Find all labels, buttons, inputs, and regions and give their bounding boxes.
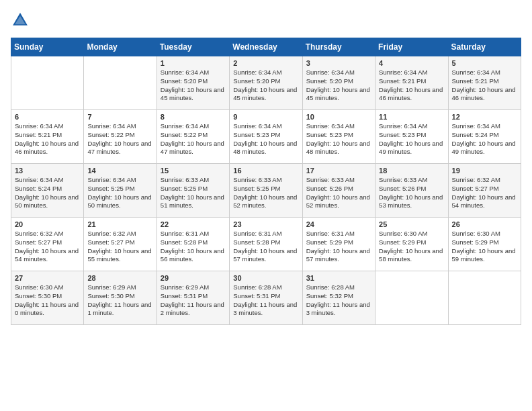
day-detail: Sunrise: 6:32 AM Sunset: 5:27 PM Dayligh… xyxy=(87,230,152,264)
weekday-header-row: SundayMondayTuesdayWednesdayThursdayFrid… xyxy=(11,38,521,56)
day-number: 23 xyxy=(233,220,298,228)
day-number: 10 xyxy=(306,113,371,121)
day-number: 6 xyxy=(15,113,80,121)
day-number: 22 xyxy=(161,220,226,228)
day-number: 28 xyxy=(87,274,152,282)
day-number: 31 xyxy=(306,274,371,282)
day-detail: Sunrise: 6:33 AM Sunset: 5:25 PM Dayligh… xyxy=(161,176,226,210)
day-detail: Sunrise: 6:30 AM Sunset: 5:29 PM Dayligh… xyxy=(379,230,444,264)
day-detail: Sunrise: 6:28 AM Sunset: 5:32 PM Dayligh… xyxy=(306,283,371,318)
day-detail: Sunrise: 6:34 AM Sunset: 5:25 PM Dayligh… xyxy=(87,176,152,210)
calendar-cell: 23Sunrise: 6:31 AM Sunset: 5:28 PM Dayli… xyxy=(230,218,302,271)
calendar-cell: 18Sunrise: 6:33 AM Sunset: 5:26 PM Dayli… xyxy=(375,164,448,218)
day-number: 19 xyxy=(452,167,517,175)
calendar-cell: 20Sunrise: 6:32 AM Sunset: 5:27 PM Dayli… xyxy=(11,218,84,271)
calendar-cell: 24Sunrise: 6:31 AM Sunset: 5:29 PM Dayli… xyxy=(302,218,375,271)
weekday-header-wednesday: Wednesday xyxy=(230,38,302,56)
calendar-cell: 22Sunrise: 6:31 AM Sunset: 5:28 PM Dayli… xyxy=(157,218,229,271)
page-header xyxy=(11,11,521,30)
calendar-cell: 5Sunrise: 6:34 AM Sunset: 5:21 PM Daylig… xyxy=(448,56,521,110)
calendar-cell xyxy=(375,271,448,325)
day-detail: Sunrise: 6:34 AM Sunset: 5:23 PM Dayligh… xyxy=(233,122,298,156)
calendar-cell: 29Sunrise: 6:29 AM Sunset: 5:31 PM Dayli… xyxy=(157,271,229,325)
day-number: 30 xyxy=(233,274,298,282)
day-detail: Sunrise: 6:34 AM Sunset: 5:20 PM Dayligh… xyxy=(233,68,298,103)
day-detail: Sunrise: 6:32 AM Sunset: 5:27 PM Dayligh… xyxy=(452,176,517,210)
calendar-cell xyxy=(11,56,84,110)
calendar-cell: 6Sunrise: 6:34 AM Sunset: 5:21 PM Daylig… xyxy=(11,110,84,164)
calendar-cell: 26Sunrise: 6:30 AM Sunset: 5:29 PM Dayli… xyxy=(448,218,521,271)
day-number: 27 xyxy=(15,274,80,282)
calendar-cell: 9Sunrise: 6:34 AM Sunset: 5:23 PM Daylig… xyxy=(230,110,302,164)
weekday-header-tuesday: Tuesday xyxy=(157,38,229,56)
day-number: 14 xyxy=(87,167,152,175)
day-number: 1 xyxy=(161,59,226,67)
calendar-cell xyxy=(448,271,521,325)
day-number: 5 xyxy=(452,59,517,67)
day-detail: Sunrise: 6:31 AM Sunset: 5:28 PM Dayligh… xyxy=(233,230,298,264)
calendar-cell: 30Sunrise: 6:28 AM Sunset: 5:31 PM Dayli… xyxy=(230,271,302,325)
day-detail: Sunrise: 6:31 AM Sunset: 5:28 PM Dayligh… xyxy=(161,230,226,264)
calendar-cell: 3Sunrise: 6:34 AM Sunset: 5:20 PM Daylig… xyxy=(302,56,375,110)
day-detail: Sunrise: 6:34 AM Sunset: 5:20 PM Dayligh… xyxy=(161,68,226,103)
calendar-cell: 16Sunrise: 6:33 AM Sunset: 5:25 PM Dayli… xyxy=(230,164,302,218)
day-number: 15 xyxy=(161,167,226,175)
calendar-cell: 31Sunrise: 6:28 AM Sunset: 5:32 PM Dayli… xyxy=(302,271,375,325)
day-detail: Sunrise: 6:34 AM Sunset: 5:23 PM Dayligh… xyxy=(306,122,371,156)
calendar-cell: 2Sunrise: 6:34 AM Sunset: 5:20 PM Daylig… xyxy=(230,56,302,110)
calendar-cell: 10Sunrise: 6:34 AM Sunset: 5:23 PM Dayli… xyxy=(302,110,375,164)
day-number: 29 xyxy=(161,274,226,282)
calendar-cell: 12Sunrise: 6:34 AM Sunset: 5:24 PM Dayli… xyxy=(448,110,521,164)
weekday-header-saturday: Saturday xyxy=(448,38,521,56)
calendar-cell xyxy=(84,56,157,110)
day-number: 21 xyxy=(87,220,152,228)
day-detail: Sunrise: 6:33 AM Sunset: 5:26 PM Dayligh… xyxy=(379,176,444,210)
day-number: 8 xyxy=(161,113,226,121)
day-number: 12 xyxy=(452,113,517,121)
logo xyxy=(11,11,32,30)
calendar-cell: 1Sunrise: 6:34 AM Sunset: 5:20 PM Daylig… xyxy=(157,56,229,110)
calendar-cell: 25Sunrise: 6:30 AM Sunset: 5:29 PM Dayli… xyxy=(375,218,448,271)
calendar-cell: 17Sunrise: 6:33 AM Sunset: 5:26 PM Dayli… xyxy=(302,164,375,218)
day-detail: Sunrise: 6:34 AM Sunset: 5:22 PM Dayligh… xyxy=(161,122,226,156)
day-detail: Sunrise: 6:34 AM Sunset: 5:21 PM Dayligh… xyxy=(379,68,444,103)
calendar-cell: 7Sunrise: 6:34 AM Sunset: 5:22 PM Daylig… xyxy=(84,110,157,164)
calendar-cell: 15Sunrise: 6:33 AM Sunset: 5:25 PM Dayli… xyxy=(157,164,229,218)
logo-icon xyxy=(11,11,30,30)
day-number: 2 xyxy=(233,59,298,67)
day-detail: Sunrise: 6:29 AM Sunset: 5:30 PM Dayligh… xyxy=(87,283,152,318)
day-detail: Sunrise: 6:30 AM Sunset: 5:30 PM Dayligh… xyxy=(15,283,80,318)
calendar-cell: 13Sunrise: 6:34 AM Sunset: 5:24 PM Dayli… xyxy=(11,164,84,218)
calendar-cell: 21Sunrise: 6:32 AM Sunset: 5:27 PM Dayli… xyxy=(84,218,157,271)
calendar-week-row: 27Sunrise: 6:30 AM Sunset: 5:30 PM Dayli… xyxy=(11,271,521,325)
day-detail: Sunrise: 6:34 AM Sunset: 5:21 PM Dayligh… xyxy=(15,122,80,156)
day-number: 3 xyxy=(306,59,371,67)
calendar-table: SundayMondayTuesdayWednesdayThursdayFrid… xyxy=(11,38,521,325)
day-number: 25 xyxy=(379,220,444,228)
day-number: 16 xyxy=(233,167,298,175)
day-detail: Sunrise: 6:29 AM Sunset: 5:31 PM Dayligh… xyxy=(161,283,226,318)
weekday-header-friday: Friday xyxy=(375,38,448,56)
calendar-cell: 4Sunrise: 6:34 AM Sunset: 5:21 PM Daylig… xyxy=(375,56,448,110)
weekday-header-monday: Monday xyxy=(84,38,157,56)
day-detail: Sunrise: 6:34 AM Sunset: 5:23 PM Dayligh… xyxy=(379,122,444,156)
day-detail: Sunrise: 6:31 AM Sunset: 5:29 PM Dayligh… xyxy=(306,230,371,264)
day-number: 4 xyxy=(379,59,444,67)
calendar-cell: 14Sunrise: 6:34 AM Sunset: 5:25 PM Dayli… xyxy=(84,164,157,218)
calendar-week-row: 13Sunrise: 6:34 AM Sunset: 5:24 PM Dayli… xyxy=(11,164,521,218)
weekday-header-sunday: Sunday xyxy=(11,38,84,56)
calendar-week-row: 6Sunrise: 6:34 AM Sunset: 5:21 PM Daylig… xyxy=(11,110,521,164)
calendar-cell: 8Sunrise: 6:34 AM Sunset: 5:22 PM Daylig… xyxy=(157,110,229,164)
calendar-cell: 19Sunrise: 6:32 AM Sunset: 5:27 PM Dayli… xyxy=(448,164,521,218)
day-detail: Sunrise: 6:34 AM Sunset: 5:21 PM Dayligh… xyxy=(452,68,517,103)
weekday-header-thursday: Thursday xyxy=(302,38,375,56)
day-detail: Sunrise: 6:33 AM Sunset: 5:25 PM Dayligh… xyxy=(233,176,298,210)
calendar-cell: 27Sunrise: 6:30 AM Sunset: 5:30 PM Dayli… xyxy=(11,271,84,325)
day-detail: Sunrise: 6:32 AM Sunset: 5:27 PM Dayligh… xyxy=(15,230,80,264)
day-number: 24 xyxy=(306,220,371,228)
day-number: 18 xyxy=(379,167,444,175)
day-number: 11 xyxy=(379,113,444,121)
day-detail: Sunrise: 6:34 AM Sunset: 5:22 PM Dayligh… xyxy=(87,122,152,156)
day-number: 26 xyxy=(452,220,517,228)
day-number: 7 xyxy=(87,113,152,121)
